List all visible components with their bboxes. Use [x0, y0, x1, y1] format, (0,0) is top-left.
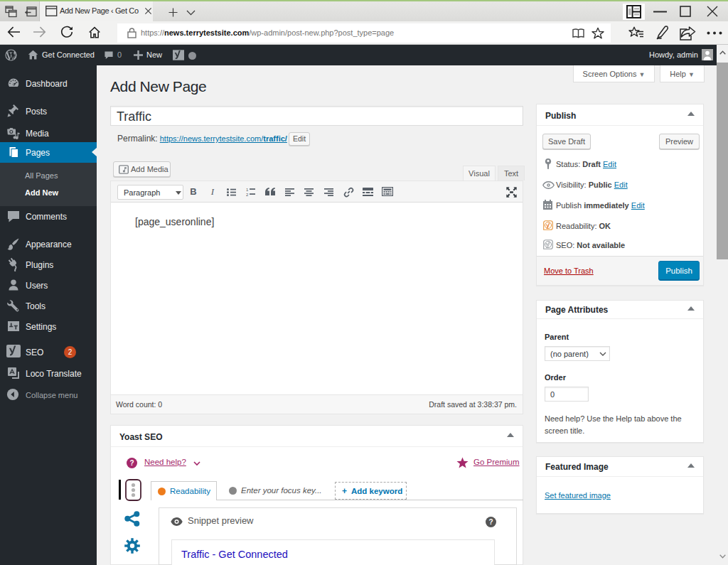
svg-text:2: 2 [246, 193, 249, 196]
svg-text:?: ? [488, 518, 493, 526]
svg-text:1: 1 [246, 188, 249, 192]
svg-text:?: ? [129, 459, 134, 467]
